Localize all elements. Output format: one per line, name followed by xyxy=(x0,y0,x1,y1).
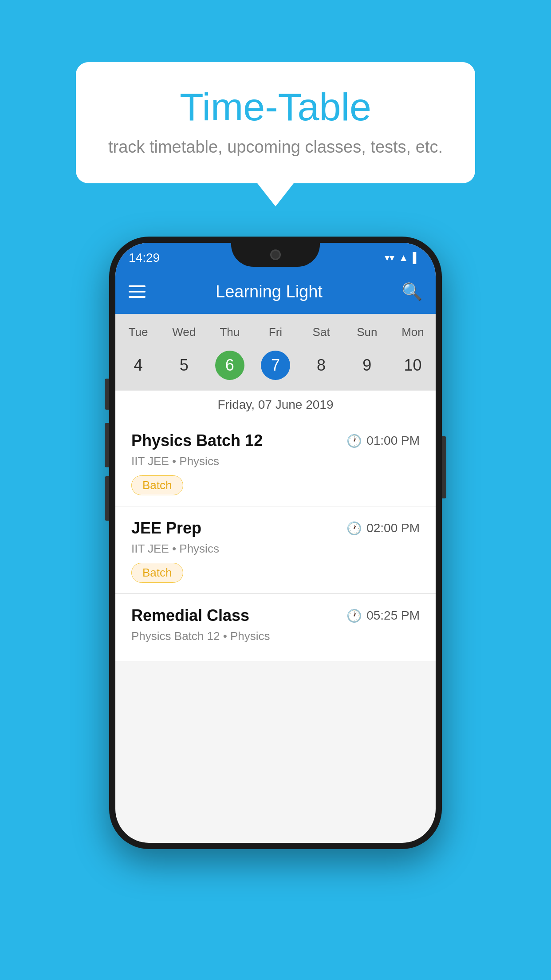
battery-icon: ▌ xyxy=(413,252,420,264)
schedule-title-3: Remedial Class xyxy=(131,606,249,625)
day-4[interactable]: 4 xyxy=(115,346,161,384)
bubble-subtitle: track timetable, upcoming classes, tests… xyxy=(102,138,449,157)
day-5[interactable]: 5 xyxy=(161,346,207,384)
day-6[interactable]: 6 xyxy=(207,346,252,384)
calendar-header: Tue Wed Thu Fri Sat Sun Mon 4 5 6 7 8 9 … xyxy=(115,314,436,419)
batch-badge-1: Batch xyxy=(131,475,183,495)
schedule-subtitle-2: IIT JEE • Physics xyxy=(131,542,420,556)
schedule-subtitle-3: Physics Batch 12 • Physics xyxy=(131,629,420,643)
schedule-time-value-1: 01:00 PM xyxy=(366,434,420,448)
bubble-title: Time-Table xyxy=(102,84,449,130)
schedule-item-1-header: Physics Batch 12 🕐 01:00 PM xyxy=(131,431,420,450)
schedule-subtitle-1: IIT JEE • Physics xyxy=(131,454,420,468)
volume-up-button xyxy=(105,379,109,410)
hamburger-menu[interactable] xyxy=(129,285,146,298)
phone-outer: 14:29 ▾▾ ▲ ▌ Learning Light 🔍 xyxy=(109,237,442,849)
speech-bubble: Time-Table track timetable, upcoming cla… xyxy=(76,62,475,183)
schedule-time-3: 🕐 05:25 PM xyxy=(346,609,420,623)
status-icons: ▾▾ ▲ ▌ xyxy=(385,252,420,264)
front-camera xyxy=(270,249,281,260)
schedule-title-1: Physics Batch 12 xyxy=(131,431,263,450)
schedule-item-1[interactable]: Physics Batch 12 🕐 01:00 PM IIT JEE • Ph… xyxy=(115,419,436,506)
day-wed[interactable]: Wed xyxy=(161,323,207,342)
app-bar: Learning Light 🔍 xyxy=(115,269,436,314)
silent-button xyxy=(105,476,109,521)
volume-down-button xyxy=(105,423,109,467)
day-mon[interactable]: Mon xyxy=(390,323,436,342)
schedule-time-2: 🕐 02:00 PM xyxy=(346,521,420,536)
schedule-title-2: JEE Prep xyxy=(131,519,201,537)
schedule-item-3-header: Remedial Class 🕐 05:25 PM xyxy=(131,606,420,625)
day-names-row: Tue Wed Thu Fri Sat Sun Mon xyxy=(115,323,436,342)
day-tue[interactable]: Tue xyxy=(115,323,161,342)
wifi-icon: ▾▾ xyxy=(385,252,394,264)
power-button xyxy=(442,436,446,498)
day-numbers-row: 4 5 6 7 8 9 10 xyxy=(115,346,436,391)
schedule-time-value-3: 05:25 PM xyxy=(366,609,420,623)
schedule-item-2[interactable]: JEE Prep 🕐 02:00 PM IIT JEE • Physics Ba… xyxy=(115,506,436,594)
hamburger-line-3 xyxy=(129,296,146,298)
clock-icon-1: 🕐 xyxy=(346,434,362,448)
day-fri[interactable]: Fri xyxy=(252,323,298,342)
clock-icon-3: 🕐 xyxy=(346,609,362,623)
day-10[interactable]: 10 xyxy=(390,346,436,384)
schedule-list: Physics Batch 12 🕐 01:00 PM IIT JEE • Ph… xyxy=(115,419,436,661)
status-time: 14:29 xyxy=(129,251,160,265)
day-8[interactable]: 8 xyxy=(299,346,344,384)
schedule-item-2-header: JEE Prep 🕐 02:00 PM xyxy=(131,519,420,537)
hamburger-line-1 xyxy=(129,285,146,287)
clock-icon-2: 🕐 xyxy=(346,521,362,536)
schedule-item-3[interactable]: Remedial Class 🕐 05:25 PM Physics Batch … xyxy=(115,594,436,661)
selected-date-label: Friday, 07 June 2019 xyxy=(115,391,436,419)
day-sat[interactable]: Sat xyxy=(299,323,344,342)
app-title: Learning Light xyxy=(156,282,382,301)
phone-notch xyxy=(231,243,320,267)
day-sun[interactable]: Sun xyxy=(344,323,390,342)
hamburger-line-2 xyxy=(129,291,146,292)
day-thu[interactable]: Thu xyxy=(207,323,252,342)
schedule-time-value-2: 02:00 PM xyxy=(366,521,420,535)
phone-screen: 14:29 ▾▾ ▲ ▌ Learning Light 🔍 xyxy=(115,243,436,843)
schedule-time-1: 🕐 01:00 PM xyxy=(346,434,420,448)
signal-icon: ▲ xyxy=(399,252,409,264)
search-button[interactable]: 🔍 xyxy=(401,282,422,301)
day-7[interactable]: 7 xyxy=(252,346,298,384)
phone-mockup: 14:29 ▾▾ ▲ ▌ Learning Light 🔍 xyxy=(109,237,442,849)
batch-badge-2: Batch xyxy=(131,563,183,583)
day-9[interactable]: 9 xyxy=(344,346,390,384)
